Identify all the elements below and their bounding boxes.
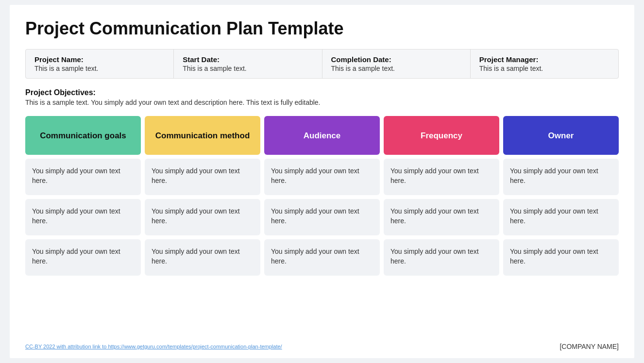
header-cell-frequency: Frequency bbox=[384, 116, 499, 155]
data-cell-2-1: You simply add your own text here. bbox=[145, 239, 260, 276]
data-cell-1-1: You simply add your own text here. bbox=[145, 199, 260, 235]
table-row-0: You simply add your own text here.You si… bbox=[25, 159, 619, 195]
data-cell-1-2: You simply add your own text here. bbox=[264, 199, 380, 235]
table-row-1: You simply add your own text here.You si… bbox=[25, 199, 619, 235]
data-cell-0-4: You simply add your own text here. bbox=[503, 159, 619, 195]
objectives-text: This is a sample text. You simply add yo… bbox=[25, 99, 619, 106]
objectives-section: Project Objectives: This is a sample tex… bbox=[25, 88, 619, 106]
table-area: Communication goalsCommunication methodA… bbox=[25, 116, 619, 333]
start-date-cell: Start Date: This is a sample text. bbox=[174, 50, 322, 78]
footer-company: [COMPANY NAME] bbox=[559, 343, 619, 350]
project-name-label: Project Name: bbox=[34, 55, 165, 64]
data-cell-0-2: You simply add your own text here. bbox=[264, 159, 380, 195]
data-cell-2-0: You simply add your own text here. bbox=[25, 239, 141, 276]
data-cell-0-0: You simply add your own text here. bbox=[25, 159, 141, 195]
completion-date-label: Completion Date: bbox=[331, 55, 461, 64]
header-cell-audience: Audience bbox=[264, 116, 380, 155]
objectives-label: Project Objectives: bbox=[25, 88, 96, 97]
start-date-value: This is a sample text. bbox=[183, 65, 313, 72]
page: Project Communication Plan Template Proj… bbox=[10, 5, 634, 358]
table-row-2: You simply add your own text here.You si… bbox=[25, 239, 619, 276]
completion-date-value: This is a sample text. bbox=[331, 65, 461, 72]
data-cell-0-3: You simply add your own text here. bbox=[384, 159, 499, 195]
completion-date-cell: Completion Date: This is a sample text. bbox=[322, 50, 471, 78]
table-header: Communication goalsCommunication methodA… bbox=[25, 116, 619, 155]
data-cell-0-1: You simply add your own text here. bbox=[145, 159, 260, 195]
project-manager-cell: Project Manager: This is a sample text. bbox=[471, 50, 618, 78]
data-cell-2-3: You simply add your own text here. bbox=[384, 239, 499, 276]
page-title: Project Communication Plan Template bbox=[25, 18, 619, 38]
header-cell-owner: Owner bbox=[503, 116, 619, 155]
info-bar: Project Name: This is a sample text. Sta… bbox=[25, 49, 619, 79]
project-name-cell: Project Name: This is a sample text. bbox=[26, 50, 174, 78]
project-manager-value: This is a sample text. bbox=[479, 65, 610, 72]
footer: CC-BY 2022 with attribution link to http… bbox=[25, 340, 619, 350]
project-name-value: This is a sample text. bbox=[34, 65, 165, 72]
data-cell-2-2: You simply add your own text here. bbox=[264, 239, 380, 276]
data-cell-1-3: You simply add your own text here. bbox=[384, 199, 499, 235]
header-cell-goals: Communication goals bbox=[25, 116, 141, 155]
data-cell-1-4: You simply add your own text here. bbox=[503, 199, 619, 235]
header-cell-method: Communication method bbox=[145, 116, 260, 155]
data-cell-1-0: You simply add your own text here. bbox=[25, 199, 141, 235]
footer-link[interactable]: CC-BY 2022 with attribution link to http… bbox=[25, 344, 282, 349]
project-manager-label: Project Manager: bbox=[479, 55, 610, 64]
start-date-label: Start Date: bbox=[183, 55, 313, 64]
data-cell-2-4: You simply add your own text here. bbox=[503, 239, 619, 276]
